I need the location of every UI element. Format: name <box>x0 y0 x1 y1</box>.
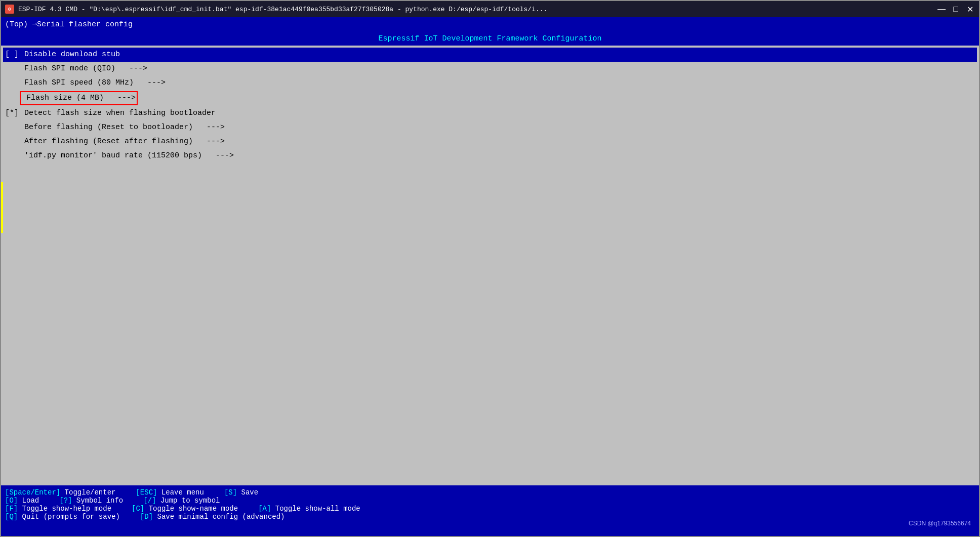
footer-key: [D] <box>140 513 153 521</box>
footer-item-2-2: [A] Toggle show-all mode <box>258 505 360 513</box>
footer-desc: Toggle show-all mode <box>271 505 360 513</box>
menu-label: Flash SPI speed (80 MHz) ---> <box>20 77 166 89</box>
main-window: ⚙ ESP-IDF 4.3 CMD - "D:\esp\.espressif\i… <box>0 0 980 537</box>
footer-row-1: [O] Load[?] Symbol info[/] Jump to symbo… <box>5 497 975 505</box>
footer-desc: Load <box>18 497 39 505</box>
menu-item-monitor-baud[interactable]: 'idf.py monitor' baud rate (115200 bps) … <box>3 149 977 163</box>
menu-prefix <box>5 92 19 104</box>
footer-desc: Quit (prompts for save) <box>18 513 120 521</box>
menu-prefix: [*] <box>5 107 19 119</box>
title-text: ESP-IDF 4.3 CMD - "D:\esp\.espressif\idf… <box>18 6 932 13</box>
menu-label: Flash size (4 MB) ---> <box>20 91 138 105</box>
footer-key: [Space/Enter] <box>5 488 60 497</box>
footer-item-1-2: [/] Jump to symbol <box>143 497 220 505</box>
menu-prefix <box>5 136 19 148</box>
menu-item-flash-spi-mode[interactable]: Flash SPI mode (QIO) ---> <box>3 62 977 76</box>
footer-item-0-1: [ESC] Leave menu <box>136 488 203 497</box>
window-controls: — □ ✕ <box>936 4 975 14</box>
footer-key: [ESC] <box>136 488 157 497</box>
menu-list: [ ] Disable download stub Flash SPI mode… <box>3 48 977 163</box>
menu-prefix <box>5 121 19 134</box>
footer-key: [Q] <box>5 513 18 521</box>
menu-item-detect-flash-size[interactable]: [*] Detect flash size when flashing boot… <box>3 106 977 120</box>
footer-desc: Leave menu <box>157 488 203 497</box>
minimize-button[interactable]: — <box>936 4 947 14</box>
menu-label: After flashing (Reset after flashing) --… <box>20 136 225 148</box>
footer-desc: Save minimal config (advanced) <box>153 513 284 521</box>
menu-item-disable-download-stub[interactable]: [ ] Disable download stub <box>3 48 977 62</box>
menu-item-before-flashing[interactable]: Before flashing (Reset to bootloader) --… <box>3 120 977 135</box>
footer-item-2-1: [C] Toggle show-name mode <box>132 505 238 513</box>
yellow-indicator <box>1 182 3 233</box>
footer-key: [S] <box>224 488 237 497</box>
menu-label: Before flashing (Reset to bootloader) --… <box>20 121 225 134</box>
menu-item-flash-spi-speed[interactable]: Flash SPI speed (80 MHz) ---> <box>3 76 977 90</box>
footer-item-3-0: [Q] Quit (prompts for save) <box>5 513 120 521</box>
title-bar: ⚙ ESP-IDF 4.3 CMD - "D:\esp\.espressif\i… <box>1 1 979 17</box>
menu-prefix: [ ] <box>5 49 19 61</box>
menu-prefix <box>5 150 19 162</box>
main-content: [ ] Disable download stub Flash SPI mode… <box>1 46 979 485</box>
footer-key: [/] <box>143 497 156 505</box>
menu-label: Disable download stub <box>20 49 120 61</box>
footer-desc: Jump to symbol <box>156 497 220 505</box>
footer-desc: Toggle show-name mode <box>144 505 238 513</box>
footer-rows: [Space/Enter] Toggle/enter[ESC] Leave me… <box>5 488 975 521</box>
footer-item-1-0: [O] Load <box>5 497 39 505</box>
footer-item-2-0: [F] Toggle show-help mode <box>5 505 111 513</box>
footer-desc: Toggle show-help mode <box>18 505 111 513</box>
menu-prefix <box>5 77 19 89</box>
footer-bar: [Space/Enter] Toggle/enter[ESC] Leave me… <box>1 485 979 536</box>
breadcrumb-bar: (Top) →Serial flasher config <box>1 17 979 31</box>
footer-desc: Symbol info <box>72 497 123 505</box>
menu-label: Detect flash size when flashing bootload… <box>20 107 216 119</box>
footer-desc: Save <box>237 488 258 497</box>
footer-key: [O] <box>5 497 18 505</box>
footer-key: [?] <box>59 497 72 505</box>
footer-item-3-1: [D] Save minimal config (advanced) <box>140 513 285 521</box>
footer-row-3: [Q] Quit (prompts for save)[D] Save mini… <box>5 513 975 521</box>
maximize-button[interactable]: □ <box>951 4 961 14</box>
menu-item-flash-size[interactable]: Flash size (4 MB) ---> <box>3 90 977 106</box>
menu-item-after-flashing[interactable]: After flashing (Reset after flashing) --… <box>3 135 977 149</box>
menu-label: Flash SPI mode (QIO) ---> <box>20 63 147 75</box>
header-bar: Espressif IoT Development Framework Conf… <box>1 31 979 46</box>
footer-item-0-0: [Space/Enter] Toggle/enter <box>5 488 115 497</box>
close-button[interactable]: ✕ <box>965 4 975 14</box>
footer-desc: Toggle/enter <box>60 488 115 497</box>
footer-key: [F] <box>5 505 18 513</box>
footer-row-2: [F] Toggle show-help mode[C] Toggle show… <box>5 505 975 513</box>
csdn-watermark: CSDN @q1793556674 <box>909 520 971 527</box>
footer-item-1-1: [?] Symbol info <box>59 497 123 505</box>
header-text: Espressif IoT Development Framework Conf… <box>378 34 601 43</box>
app-icon: ⚙ <box>5 5 14 14</box>
breadcrumb-text: (Top) →Serial flasher config <box>5 20 133 29</box>
menu-prefix <box>5 63 19 75</box>
footer-key: [C] <box>132 505 144 513</box>
menu-label: 'idf.py monitor' baud rate (115200 bps) … <box>20 150 234 162</box>
footer-item-0-2: [S] Save <box>224 488 258 497</box>
footer-key: [A] <box>258 505 271 513</box>
footer-row-0: [Space/Enter] Toggle/enter[ESC] Leave me… <box>5 488 975 497</box>
